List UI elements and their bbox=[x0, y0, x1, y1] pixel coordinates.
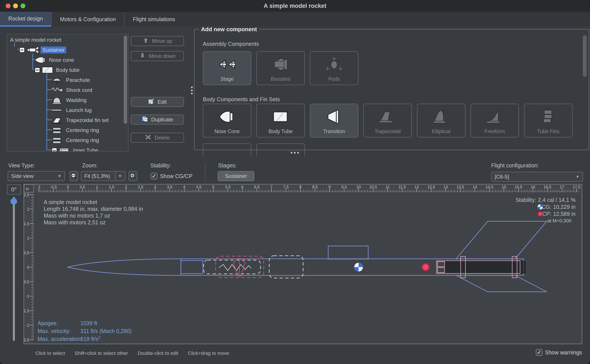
stability-block: Stability:2,4 cal / 14,1 % CG:10,229 in … bbox=[516, 197, 576, 223]
svg-text:-1,5: -1,5 bbox=[24, 309, 29, 313]
tree-item-wadding[interactable]: Wadding bbox=[52, 96, 87, 104]
tab-rocket-design[interactable]: Rocket design bbox=[0, 12, 51, 27]
stability-line: Stability:2,4 cal / 14,1 % bbox=[516, 197, 576, 203]
duplicate-button[interactable]: Duplicate bbox=[131, 115, 184, 125]
tree-item-label: Centering ring bbox=[66, 127, 99, 133]
cp-marker[interactable] bbox=[422, 264, 429, 271]
component-card-trapezoidal[interactable]: Trapezoidal bbox=[363, 104, 412, 137]
show-cgcp-checkbox[interactable]: ✓ bbox=[151, 173, 157, 179]
component-card-stage[interactable]: Stage bbox=[203, 51, 251, 85]
tree-item-body-tube[interactable]: Body tube bbox=[34, 66, 80, 74]
nosecone-icon bbox=[203, 108, 251, 126]
apogee-label: Apogee: bbox=[38, 320, 58, 326]
button-label: Move up bbox=[152, 38, 172, 44]
expander-icon[interactable] bbox=[34, 67, 40, 73]
zoom-out-icon bbox=[71, 173, 77, 179]
flight-config-select[interactable]: [C6-5] ▼ bbox=[491, 172, 583, 182]
svg-text:15: 15 bbox=[502, 185, 506, 189]
engine-block-outline[interactable] bbox=[437, 267, 445, 273]
svg-text:12,5: 12,5 bbox=[427, 185, 435, 189]
component-card-freeform[interactable]: Freeform bbox=[470, 104, 519, 137]
component-card-nose-cone[interactable]: Nose Cone bbox=[203, 104, 251, 137]
launch-lug-outline[interactable] bbox=[328, 246, 368, 259]
tree-item-centering-ring[interactable]: Centering ring bbox=[52, 126, 99, 135]
parachute-outline[interactable] bbox=[204, 260, 261, 274]
delete-button[interactable]: Delete bbox=[131, 133, 184, 143]
svg-text:6,5: 6,5 bbox=[254, 185, 260, 189]
tree-item-sustainer[interactable]: Sustainer bbox=[19, 46, 66, 54]
move-down-button[interactable]: Move down bbox=[131, 51, 184, 61]
show-warnings-checkbox[interactable]: ✓ bbox=[536, 349, 542, 356]
tree-item-a-simple-model-rocket[interactable]: A simple model rocket bbox=[10, 36, 61, 44]
zoom-select[interactable]: Fit (51,3%) ▼ bbox=[81, 171, 125, 181]
wadding-outline[interactable] bbox=[269, 256, 303, 278]
cp-legend-icon bbox=[538, 212, 542, 216]
button-label: Edit bbox=[158, 99, 167, 105]
tree-item-inner-tube[interactable]: Inner Tube bbox=[52, 146, 98, 152]
rocket-diagram-panel[interactable]: -1-0,500,511,522,533,544,555,566,577,588… bbox=[24, 184, 582, 344]
rocket-outline[interactable] bbox=[67, 221, 547, 292]
svg-text:14,5: 14,5 bbox=[486, 185, 493, 189]
rotation-value-box[interactable]: 0° bbox=[7, 184, 21, 195]
svg-text:0: 0 bbox=[27, 265, 29, 269]
expander-icon[interactable] bbox=[19, 47, 25, 53]
stage-icon bbox=[203, 56, 251, 74]
ruler-unit-label: in bbox=[26, 186, 29, 191]
expander-icon[interactable] bbox=[52, 148, 57, 152]
svg-text:2,5: 2,5 bbox=[138, 185, 143, 189]
add-panel-scrollbar[interactable] bbox=[583, 35, 587, 77]
tree-item-centering-ring[interactable]: Centering ring bbox=[52, 136, 99, 145]
flight-config-value: [C6-5] bbox=[495, 174, 509, 180]
component-card-boosters[interactable]: Boosters bbox=[256, 51, 305, 85]
move-up-button[interactable]: Move up bbox=[131, 36, 184, 46]
svg-text:1: 1 bbox=[27, 236, 29, 240]
tree-item-parachute[interactable]: Parachute bbox=[52, 76, 90, 84]
zoom-out-button[interactable] bbox=[69, 171, 78, 181]
tree-item-label: Parachute bbox=[66, 77, 90, 83]
tree-item-nose-cone[interactable]: Nose cone bbox=[34, 56, 74, 64]
component-card-tube-fins[interactable]: Tube Fins bbox=[524, 104, 572, 137]
view-type-select[interactable]: Side view ▼ bbox=[8, 171, 65, 181]
component-card-label: Trapezoidal bbox=[375, 129, 401, 134]
horizontal-splitter-handle[interactable] bbox=[291, 152, 299, 154]
svg-text:7,5: 7,5 bbox=[283, 185, 289, 189]
tab-motors-configuration[interactable]: Motors & Configuration bbox=[51, 12, 124, 27]
cg-marker[interactable] bbox=[354, 263, 363, 272]
svg-text:1,5: 1,5 bbox=[109, 185, 114, 189]
flight-config-label: Flight configuration: bbox=[491, 162, 539, 169]
rotation-slider-track[interactable] bbox=[13, 197, 15, 341]
motor-casing[interactable] bbox=[445, 261, 525, 273]
tree-scrollbar[interactable] bbox=[124, 36, 127, 124]
tab-flight-simulations[interactable]: Flight simulations bbox=[124, 12, 183, 27]
tubefins-icon bbox=[524, 108, 572, 126]
engine-block-outline[interactable] bbox=[437, 262, 445, 267]
edit-button[interactable]: Edit bbox=[131, 97, 184, 107]
accel-label: Max. acceleration: bbox=[38, 336, 82, 342]
svg-text:-0,5: -0,5 bbox=[50, 185, 57, 189]
chevron-down-icon: ▼ bbox=[576, 175, 579, 179]
fin-lower-outline[interactable] bbox=[456, 275, 547, 292]
vertical-splitter-handle[interactable] bbox=[191, 86, 193, 94]
component-card-elliptical[interactable]: Elliptical bbox=[417, 104, 465, 137]
rocket-name: A simple model rocket bbox=[44, 199, 97, 205]
fin-upper-outline[interactable] bbox=[456, 221, 547, 259]
nose-cone-outline[interactable] bbox=[67, 259, 181, 267]
centering-ring-icon bbox=[52, 136, 64, 145]
component-card-body-tube[interactable]: Body Tube bbox=[256, 104, 305, 137]
tree-item-trapezoidal-fin-set[interactable]: Trapezoidal fin set bbox=[52, 116, 109, 125]
nose-shoulder-outline[interactable] bbox=[181, 260, 203, 274]
nose-cone-outline[interactable] bbox=[67, 267, 181, 275]
cg-legend-icon bbox=[537, 204, 543, 209]
component-card-pods[interactable]: Pods bbox=[310, 51, 358, 85]
zoom-in-button[interactable] bbox=[128, 171, 137, 181]
tree-item-shock-cord[interactable]: Shock cord bbox=[52, 86, 92, 95]
component-card-partial[interactable] bbox=[203, 143, 251, 156]
tree-item-launch-lug[interactable]: Launch lug bbox=[52, 106, 92, 115]
tree-item-label: Body tube bbox=[56, 67, 80, 73]
stability-label: Stability: bbox=[150, 162, 171, 169]
component-card-transition[interactable]: Transition bbox=[310, 104, 358, 137]
component-card-partial[interactable] bbox=[256, 143, 305, 156]
stage-toggle-sustainer[interactable]: Sustainer bbox=[218, 171, 254, 181]
accel-superscript: 2 bbox=[98, 336, 100, 339]
rotation-slider-knob[interactable] bbox=[11, 198, 17, 205]
